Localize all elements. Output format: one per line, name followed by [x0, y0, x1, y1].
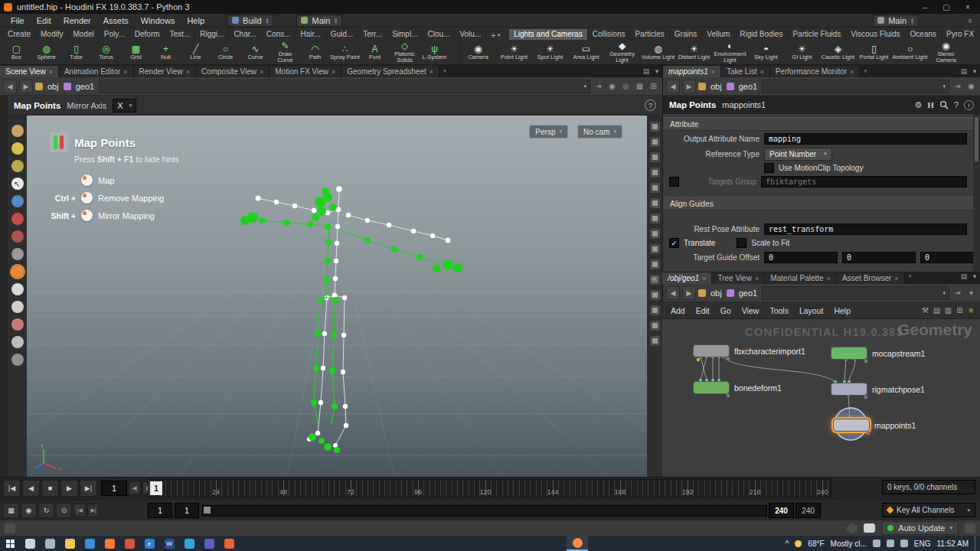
tree-view-icon[interactable]: ▤ [931, 305, 942, 315]
forward-icon[interactable]: ▶ [19, 80, 33, 93]
edge-icon[interactable]: e [139, 536, 159, 551]
onedrive-icon[interactable] [873, 540, 880, 547]
reference-type-dropdown[interactable]: Point Number▾ [764, 148, 832, 161]
select-tool-icon[interactable]: ↖ [11, 178, 24, 190]
pane-tab[interactable]: Motion FX View× [270, 66, 341, 77]
tab-close-icon[interactable]: × [711, 68, 715, 76]
export-view-icon[interactable] [650, 152, 660, 162]
view-options-icon[interactable] [650, 122, 660, 132]
pane-tab[interactable]: /obj/geo1× [662, 272, 712, 284]
timeline-ruler[interactable]: 24487296120144168192216240 1 [148, 479, 831, 497]
loop-mode-icon[interactable]: ↻ [38, 503, 54, 518]
search-icon[interactable] [939, 100, 949, 109]
geometry-light-tool[interactable]: ◆ Geometry Light [604, 40, 640, 64]
spray-paint-tool[interactable]: ∴ Spray Paint [330, 40, 360, 64]
path-field[interactable]: ▾ [762, 286, 949, 300]
pane-tab[interactable]: Tree View× [712, 272, 765, 284]
area-light-tool[interactable]: ▭ Area Light [568, 40, 604, 64]
sphere-tool[interactable]: ◍ Sphere [31, 40, 61, 64]
camera-tool[interactable]: ◉ Camera [460, 40, 496, 64]
close-button[interactable]: × [959, 2, 976, 12]
jump-to-start-button[interactable]: |◀ [3, 480, 21, 497]
shaded-display-icon[interactable] [650, 259, 660, 269]
dopesheet-toggle-icon[interactable]: ▦ [3, 503, 19, 518]
normals-display-icon[interactable] [650, 229, 660, 239]
current-frame-field[interactable]: 1 [101, 481, 127, 496]
shelf-tab[interactable]: Poly... [100, 29, 130, 40]
chrome-icon[interactable] [119, 536, 139, 551]
shelf-tab[interactable]: Particle Fluids [788, 29, 846, 40]
menu-item[interactable]: Edit [31, 16, 57, 25]
pane-menu-icon[interactable]: ▤ [959, 272, 969, 281]
node-mocapstream1[interactable]: mocapstream1 [831, 347, 925, 360]
sky-light-tool[interactable]: ◓ Sky Light [748, 40, 784, 64]
breadcrumb-root[interactable]: obj [708, 82, 724, 91]
breadcrumb-root[interactable]: obj [708, 289, 724, 298]
gear-icon[interactable]: ⚙ [914, 100, 922, 110]
tab-close-icon[interactable]: × [332, 68, 335, 76]
line-tool[interactable]: ╱ Line [181, 40, 211, 64]
rotate-tool-icon[interactable] [11, 230, 24, 243]
mail-icon[interactable] [80, 536, 100, 551]
translate-tool-icon[interactable] [11, 213, 24, 225]
prev-frame-button[interactable]: ◀| [129, 481, 141, 495]
material-display-icon[interactable] [650, 290, 660, 300]
weather-text[interactable]: Mostly cl... [831, 540, 867, 548]
shelf-tab[interactable]: Cons... [262, 29, 296, 40]
section-align-guides[interactable]: Align Guides [663, 197, 973, 210]
scale-to-fit-checkbox[interactable] [737, 238, 746, 248]
menu-item[interactable]: Render [57, 16, 97, 25]
range-start-button[interactable]: |◀ [74, 504, 86, 517]
network-canvas[interactable]: CONFIDENTIAL H19.0.383 Geometry fbxchara… [662, 319, 980, 477]
points-display-icon[interactable] [650, 214, 660, 223]
list-view-icon[interactable]: ▥ [942, 305, 954, 315]
main-right-selector[interactable]: Main ▲▼ [873, 15, 919, 27]
tab-close-icon[interactable]: × [702, 275, 706, 282]
node-mappoints1[interactable]: mappoints1 [833, 419, 916, 432]
maximize-button[interactable]: ▢ [938, 2, 955, 12]
menu-overflow-icon[interactable]: ≡ [965, 16, 975, 25]
layout-split-icon[interactable]: ▦ [634, 81, 645, 92]
shelf-tab[interactable]: Riggi... [195, 29, 229, 40]
shelf-tab[interactable]: Char... [229, 29, 261, 40]
param-node-name[interactable]: mappoints1 [722, 100, 766, 109]
tab-close-icon[interactable]: × [430, 68, 433, 76]
menu-item[interactable]: Help [181, 16, 211, 25]
play-backward-button[interactable]: ◀ [22, 480, 40, 497]
secure-selection-icon[interactable] [11, 195, 24, 207]
pane-dropdown-icon[interactable]: ▾ [969, 272, 980, 281]
shelf-tab[interactable]: Simpl... [387, 29, 423, 40]
point-light-tool[interactable]: ☀ Point Light [496, 40, 532, 64]
range-end-button[interactable]: ▶| [87, 504, 100, 517]
volume-icon[interactable] [900, 540, 908, 547]
targets-group-field[interactable]: fbiktargets [761, 176, 967, 187]
tab-close-icon[interactable]: × [186, 68, 190, 76]
tab-close-icon[interactable]: × [260, 68, 263, 76]
spot-light-tool[interactable]: ☀ Spot Light [532, 40, 568, 64]
breadcrumb-root[interactable]: obj [45, 82, 61, 91]
network-menu-item[interactable]: Layout [794, 306, 829, 315]
forward-icon[interactable]: ▶ [682, 286, 696, 300]
shelf-tab[interactable]: Clou... [423, 29, 455, 40]
ambient-light-tool[interactable]: ○ Ambient Light [892, 40, 928, 64]
network-menu-item[interactable]: Edit [691, 306, 715, 315]
targets-group-toggle-checkbox[interactable] [669, 177, 679, 187]
houdini-pinned-icon[interactable] [219, 536, 239, 551]
font-tool[interactable]: A Font [360, 40, 390, 64]
breadcrumb-node[interactable]: geo1 [737, 82, 760, 91]
shelf-tab[interactable]: Deform [130, 29, 165, 40]
gi-light-tool[interactable]: ☀ GI Light [784, 40, 820, 64]
tube-tool[interactable]: ▯ Tube [61, 40, 91, 64]
grid-view-icon[interactable]: ⊞ [954, 305, 965, 315]
back-icon[interactable]: ◀ [666, 286, 680, 300]
scale-tool-icon[interactable] [11, 248, 24, 260]
pin-pane-icon[interactable]: ⇥ [593, 81, 604, 92]
environment-light-tool[interactable]: ◐ Environment Light [712, 40, 748, 64]
network-menu-item[interactable]: Tools [764, 306, 794, 315]
display-options-icon[interactable] [650, 336, 660, 346]
notes-icon[interactable]: ≡ [965, 305, 977, 315]
menu-item[interactable]: Windows [135, 16, 181, 25]
auto-update-dropdown[interactable]: Auto Update ▾ [881, 521, 959, 535]
path-field[interactable]: ▾ [762, 80, 949, 93]
l-system-tool[interactable]: ψ L-System [420, 40, 449, 64]
